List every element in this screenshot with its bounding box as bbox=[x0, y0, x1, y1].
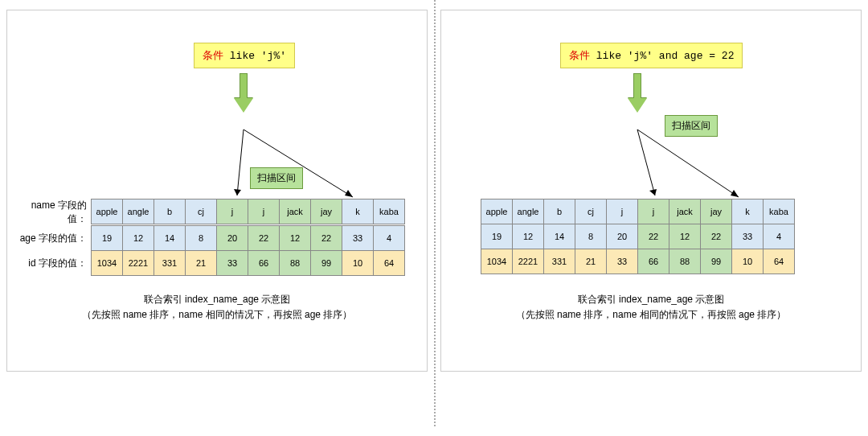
caption-right: 联合索引 index_name_age 示意图 （先按照 name 排序，nam… bbox=[441, 292, 861, 323]
cell-id: 33 bbox=[606, 249, 638, 274]
cell-name: k bbox=[342, 199, 374, 224]
row-label-name: name 字段的值： bbox=[15, 199, 92, 226]
cell-name: k bbox=[731, 199, 764, 224]
cell-name: angle bbox=[122, 199, 154, 224]
scan-range-label-right: 扫描区间 bbox=[665, 115, 718, 137]
cell-age: 4 bbox=[373, 225, 405, 251]
table-row: appleanglebcjjjjackjaykkaba bbox=[481, 199, 795, 224]
row-label-age: age 字段的值： bbox=[15, 225, 92, 251]
table-row: 1034222133121336688991064 bbox=[481, 249, 795, 274]
cell-id: 66 bbox=[248, 250, 280, 276]
condition-box-right: 条件 like 'j%' and age = 22 bbox=[560, 43, 743, 68]
pointer-arrows-left bbox=[7, 10, 428, 220]
cell-id: 88 bbox=[669, 249, 701, 274]
cell-name: kaba bbox=[763, 199, 795, 224]
cell-name: jay bbox=[700, 199, 732, 224]
cell-age: 19 bbox=[481, 224, 513, 249]
cell-id: 33 bbox=[216, 250, 248, 276]
svg-line-6 bbox=[637, 130, 739, 197]
cell-id: 2221 bbox=[512, 249, 544, 274]
cell-name: jay bbox=[310, 199, 342, 224]
condition-prefix: 条件 bbox=[569, 50, 590, 62]
cell-age: 12 bbox=[279, 225, 311, 251]
cell-id: 21 bbox=[575, 249, 607, 274]
cell-age: 22 bbox=[310, 225, 342, 251]
cell-age: 12 bbox=[512, 224, 544, 249]
cell-age: 8 bbox=[185, 225, 217, 251]
svg-marker-5 bbox=[649, 189, 657, 195]
svg-marker-1 bbox=[234, 189, 241, 195]
cell-name: cj bbox=[185, 199, 217, 224]
condition-sql: like 'j%' bbox=[230, 50, 286, 62]
cell-name: jack bbox=[669, 199, 701, 224]
cell-age: 20 bbox=[216, 225, 248, 251]
condition-sql: like 'j%' and age = 22 bbox=[596, 50, 735, 62]
cell-age: 12 bbox=[122, 225, 154, 251]
cell-name: j bbox=[248, 199, 280, 224]
cell-name: apple bbox=[91, 199, 123, 224]
cell-id: 64 bbox=[373, 250, 405, 276]
cell-id: 64 bbox=[763, 249, 795, 274]
cell-age: 4 bbox=[763, 224, 795, 249]
down-arrow-icon bbox=[234, 73, 253, 115]
condition-box-left: 条件 like 'j%' bbox=[194, 43, 295, 68]
cell-id: 10 bbox=[342, 250, 374, 276]
condition-prefix: 条件 bbox=[203, 50, 223, 62]
svg-marker-3 bbox=[345, 190, 353, 197]
cell-name: kaba bbox=[373, 199, 405, 224]
cell-age: 20 bbox=[606, 224, 638, 249]
svg-line-0 bbox=[237, 130, 244, 195]
svg-line-4 bbox=[637, 130, 655, 195]
cell-name: b bbox=[154, 199, 186, 224]
cell-id: 88 bbox=[279, 250, 311, 276]
vertical-divider bbox=[434, 0, 436, 426]
cell-id: 331 bbox=[154, 250, 186, 276]
cell-name: j bbox=[216, 199, 248, 224]
cell-age: 14 bbox=[543, 224, 575, 249]
cell-age: 22 bbox=[637, 224, 669, 249]
cell-id: 2221 bbox=[122, 250, 154, 276]
cell-name: b bbox=[543, 199, 575, 224]
cell-name: cj bbox=[575, 199, 607, 224]
row-label-id: id 字段的值： bbox=[15, 250, 92, 276]
cell-age: 19 bbox=[91, 225, 123, 251]
table-row: 191214820221222334 bbox=[481, 224, 795, 249]
cell-age: 33 bbox=[731, 224, 764, 249]
cell-name: angle bbox=[512, 199, 544, 224]
pointer-arrows-right bbox=[441, 10, 862, 220]
cell-id: 10 bbox=[731, 249, 764, 274]
cell-name: j bbox=[637, 199, 669, 224]
cell-id: 99 bbox=[310, 250, 342, 276]
cell-age: 12 bbox=[669, 224, 701, 249]
right-panel: 条件 like 'j%' and age = 22 扫描区间 appleangl… bbox=[440, 10, 862, 372]
left-panel: 条件 like 'j%' 扫描区间 name 字段的值：appleanglebc… bbox=[6, 10, 428, 372]
cell-age: 8 bbox=[575, 224, 607, 249]
table-row: name 字段的值：appleanglebcjjjjackjaykkaba bbox=[15, 199, 405, 226]
index-table-left: name 字段的值：appleanglebcjjjjackjaykkabaage… bbox=[15, 199, 405, 275]
cell-id: 331 bbox=[543, 249, 575, 274]
table-row: id 字段的值：1034222133121336688991064 bbox=[15, 250, 405, 276]
caption-left: 联合索引 index_name_age 示意图 （先按照 name 排序，nam… bbox=[7, 292, 427, 323]
cell-id: 1034 bbox=[91, 250, 123, 276]
cell-id: 99 bbox=[700, 249, 732, 274]
cell-id: 21 bbox=[185, 250, 217, 276]
index-table-right: appleanglebcjjjjackjaykkaba1912148202212… bbox=[481, 199, 795, 274]
svg-marker-7 bbox=[731, 190, 739, 197]
cell-age: 22 bbox=[248, 225, 280, 251]
cell-age: 33 bbox=[342, 225, 374, 251]
cell-age: 14 bbox=[154, 225, 186, 251]
down-arrow-icon bbox=[628, 73, 647, 115]
cell-name: j bbox=[606, 199, 638, 224]
cell-id: 1034 bbox=[481, 249, 513, 274]
cell-name: jack bbox=[279, 199, 311, 224]
table-row: age 字段的值：191214820221222334 bbox=[15, 225, 405, 251]
cell-id: 66 bbox=[637, 249, 669, 274]
cell-name: apple bbox=[481, 199, 513, 224]
scan-range-label-left: 扫描区间 bbox=[250, 167, 303, 189]
cell-age: 22 bbox=[700, 224, 732, 249]
